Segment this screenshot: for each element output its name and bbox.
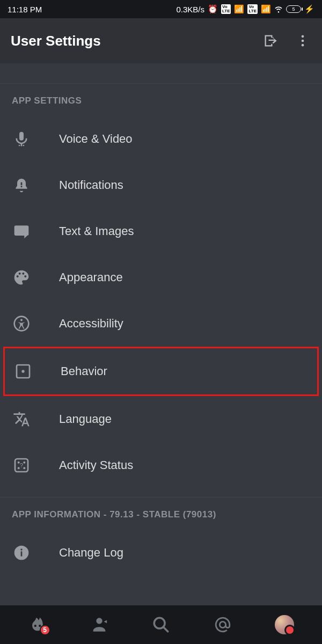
app-header: User Settings [0,18,322,63]
item-change-log[interactable]: Change Log [0,530,322,576]
section-app-settings: APP SETTINGS [0,84,322,112]
net-speed: 0.3KB/s [176,5,204,14]
item-label: Notifications [59,178,123,192]
nav-search[interactable] [149,613,173,636]
item-voice-video[interactable]: Voice & Video [0,116,322,162]
translate-icon [12,409,31,429]
item-label: Appearance [59,270,123,284]
avatar [275,615,294,634]
status-indicators: 0.3KB/s ⏰ VoLTE 📶 VoLTE 📶 5 ⚡ [176,4,314,14]
svg-point-9 [21,370,24,372]
notification-badge: 5 [40,625,50,635]
info-list: Change Log [0,525,322,580]
svg-point-5 [23,145,25,147]
svg-rect-17 [21,551,23,556]
nav-home[interactable]: 5 [26,613,49,636]
bottom-nav: 5 [0,605,322,644]
wifi-icon [274,5,283,13]
svg-point-1 [302,40,304,42]
item-label: Change Log [59,546,123,560]
svg-point-2 [302,44,304,47]
nav-friends[interactable] [87,613,111,636]
svg-point-18 [20,548,22,550]
item-appearance[interactable]: Appearance [0,254,322,301]
item-label: Accessibility [59,317,123,331]
item-text-images[interactable]: Text & Images [0,208,322,254]
item-label: Behavior [61,364,107,378]
lte-icon-1: VoLTE [221,4,231,14]
item-label: Voice & Video [59,132,133,146]
microphone-icon [12,129,31,149]
signal-icon-1: 📶 [234,4,244,14]
accessibility-icon [12,314,31,333]
section-app-info: APP INFORMATION - 79.13 - STABLE (79013) [0,497,322,525]
svg-point-19 [96,618,102,624]
item-label: Language [59,412,112,426]
svg-point-0 [302,35,304,38]
item-accessibility[interactable]: Accessibility [0,301,322,347]
nav-profile[interactable] [273,613,296,636]
header-spacer [0,63,322,84]
svg-point-7 [20,319,23,321]
battery-icon: 5 [286,5,301,13]
item-label: Text & Images [59,224,134,238]
status-bar: 11:18 PM 0.3KB/s ⏰ VoLTE 📶 VoLTE 📶 5 ⚡ [0,0,322,18]
dice-icon: ? [12,456,31,475]
alarm-icon: ⏰ [208,4,218,14]
svg-line-21 [163,627,168,632]
settings-list: Voice & Video Notifications Text & Image… [0,112,322,493]
info-icon [12,543,31,562]
bell-icon [12,175,31,195]
svg-point-14 [23,467,25,469]
item-behavior[interactable]: Behavior [3,347,319,396]
svg-point-4 [21,145,23,147]
svg-point-3 [19,145,20,147]
item-language[interactable]: Language [0,396,322,442]
palette-icon [12,268,31,287]
item-activity-status[interactable]: ? Activity Status [0,442,322,488]
item-label: Activity Status [59,458,133,472]
charging-icon: ⚡ [304,4,314,14]
lte-icon-2: VoLTE [247,4,258,14]
signal-icon-2: 📶 [261,4,271,14]
page-title: User Settings [11,33,262,49]
item-notifications[interactable]: Notifications [0,162,322,208]
status-time: 11:18 PM [8,5,42,14]
gear-box-icon [13,362,33,381]
kebab-menu-icon[interactable] [294,32,311,49]
exit-icon[interactable] [262,32,279,49]
image-icon [12,222,31,241]
nav-mentions[interactable] [211,613,235,636]
svg-point-22 [219,621,225,627]
svg-point-12 [23,462,25,464]
svg-text:?: ? [20,462,23,469]
